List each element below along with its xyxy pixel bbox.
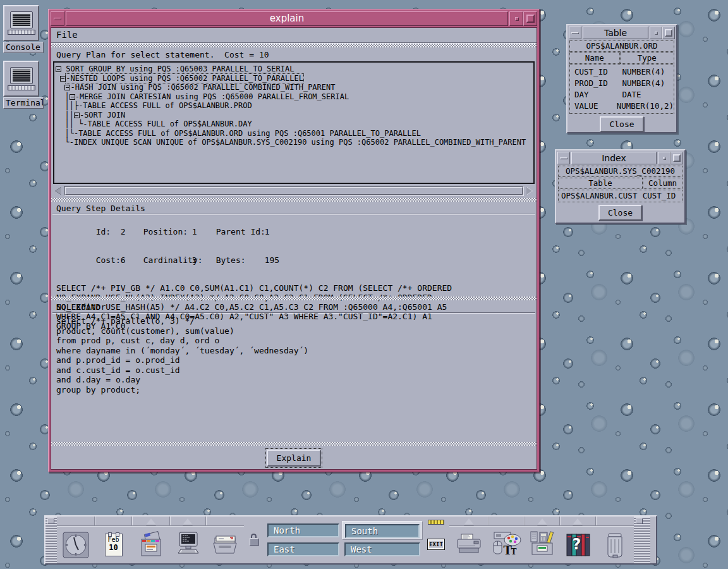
plan-node[interactable]: -HASH JOIN using PQS :Q65002 PARALLEL_CO…	[56, 83, 532, 92]
plan-node[interactable]: ││ └-TABLE ACCESS FULL of OPS$ALANBUR.DA…	[56, 119, 532, 129]
explain-button[interactable]: Explain	[267, 450, 322, 467]
plan-node[interactable]: -NESTED LOOPS using PQS :Q65002 PARALLEL…	[56, 74, 532, 83]
application-manager-icon[interactable]	[525, 530, 560, 560]
minimize-icon	[515, 17, 519, 21]
index-columns-list: OPS$ALANBUR.CUSTCUST_ID	[558, 190, 682, 202]
plan-header: Query Plan for select statement. Cost = …	[51, 48, 537, 61]
workspace-button-south[interactable]: South	[345, 524, 420, 538]
query-plan-tree: SORT GROUP BY using PQS :Q65003 PARALLEL…	[53, 61, 535, 184]
maximize-icon	[526, 15, 535, 23]
tree-collapse-icon[interactable]	[64, 85, 70, 90]
mail-icon[interactable]	[206, 530, 244, 560]
tree-collapse-icon[interactable]	[60, 76, 66, 82]
pane-sash[interactable]	[51, 442, 537, 446]
menu-file[interactable]: File	[56, 30, 78, 40]
maximize-button[interactable]	[523, 11, 537, 26]
desktop: { "colors": { "active_titlebar": "#b2587…	[0, 0, 728, 569]
help-icon[interactable]: ?	[560, 532, 596, 558]
panel-handle-right[interactable]	[634, 517, 650, 563]
id-label: Id:	[96, 227, 121, 236]
scroll-left-icon[interactable]	[54, 186, 64, 196]
tree-collapse-icon[interactable]	[56, 66, 61, 72]
pane-sash[interactable]	[51, 198, 537, 202]
window-title: explain	[66, 11, 508, 26]
tree-collapse-icon[interactable]	[74, 113, 80, 118]
style-manager-icon[interactable]: T T	[488, 531, 525, 559]
id-value: 2	[121, 227, 143, 236]
button-row: Close	[557, 202, 683, 223]
cost-label: Cost:	[96, 255, 121, 265]
terminal-icon[interactable]	[3, 61, 39, 97]
workspace-button-east[interactable]: East	[267, 542, 339, 556]
subpanel-arrow-icon[interactable]	[537, 518, 547, 525]
pane-sash[interactable]	[51, 44, 537, 47]
file-manager-icon[interactable]	[132, 530, 170, 560]
minimize-button[interactable]	[650, 27, 662, 39]
minimize-button[interactable]	[509, 11, 523, 26]
workspace-button-west[interactable]: West	[344, 542, 420, 556]
cost-value: 6	[121, 255, 143, 265]
terminal-icon[interactable]	[170, 530, 206, 560]
clock-icon[interactable]	[57, 530, 95, 560]
minimize-button[interactable]	[658, 152, 670, 164]
plan-node[interactable]: ││-SORT JOIN	[56, 111, 532, 120]
sql-editor-textarea[interactable]: select /*+ parallel(o, 3) */ product, co…	[51, 314, 537, 441]
window-menu-button[interactable]	[569, 27, 581, 39]
panel-handle-left[interactable]	[46, 517, 57, 563]
pane-sash[interactable]	[51, 297, 537, 300]
desktop-icon-label[interactable]: Console	[3, 42, 44, 53]
subpanel-arrow-icon[interactable]	[573, 518, 583, 525]
sql-editor-section-title: SQL Editor	[51, 301, 537, 312]
front-panel: Feb 10	[44, 515, 657, 565]
plan-node[interactable]: │-MERGE JOIN CARTESIAN using PQS :Q65000…	[56, 92, 532, 102]
desktop-icon-label[interactable]: Terminal	[3, 97, 44, 109]
tree-collapse-icon[interactable]	[70, 94, 75, 100]
table-row[interactable]: CUST_IDNUMBER(4)	[570, 66, 674, 78]
maximize-button[interactable]	[670, 152, 683, 164]
desktop-icon-terminal[interactable]: Terminal	[3, 61, 45, 109]
table-row[interactable]: DAYDATE	[570, 89, 674, 101]
subpanel-strip	[57, 517, 244, 526]
close-button[interactable]: Close	[600, 116, 643, 132]
table-columns-list: CUST_IDNUMBER(4) PROD_IDNUMBER(4) DAYDAT…	[569, 64, 674, 114]
scrollbar-thumb[interactable]	[65, 187, 523, 195]
subpanel-arrow-icon[interactable]	[183, 518, 193, 525]
window-menu-button[interactable]	[51, 11, 64, 26]
titlebar[interactable]: Index	[557, 152, 683, 164]
lock-icon[interactable]	[250, 534, 259, 546]
subpanel-arrow-icon[interactable]	[146, 518, 156, 525]
panel-right-section: T T	[449, 517, 634, 563]
query-step-details: Id:2Position:1Parent Id:1 Cost:6Cardinal…	[51, 215, 537, 296]
workspace-button-north[interactable]: North	[267, 523, 339, 537]
scroll-right-icon[interactable]	[524, 186, 534, 196]
subpanel-arrow-icon[interactable]	[464, 518, 474, 525]
window-menu-button[interactable]	[557, 152, 570, 164]
calendar-icon[interactable]: Feb 10	[95, 534, 132, 556]
font-sample-letter-small: T	[511, 548, 517, 556]
maximize-button[interactable]	[662, 27, 675, 39]
printer-icon[interactable]	[449, 530, 488, 560]
bytes-value: 195	[265, 255, 279, 265]
plan-node[interactable]: SORT GROUP BY using PQS :Q65003 PARALLEL…	[56, 64, 532, 74]
cardinality-value: 3	[192, 255, 216, 265]
window-menu-icon	[560, 157, 567, 159]
panel-menu-button[interactable]	[636, 518, 643, 524]
desktop-icon-console[interactable]: Console	[3, 5, 45, 53]
panel-minimize-button[interactable]	[47, 518, 54, 524]
plan-node[interactable]: ││├-TABLE ACCESS FULL of OPS$ALANBUR.PRO…	[56, 101, 532, 111]
console-icon[interactable]	[3, 5, 39, 41]
button-row: Close	[569, 114, 675, 135]
horizontal-scrollbar[interactable]	[54, 186, 534, 196]
table-row[interactable]: VALUENUMBER(10,2)	[570, 101, 674, 112]
trash-icon[interactable]	[596, 530, 634, 560]
menu-bar: File	[51, 28, 537, 43]
table-window: Table OPS$ALANBUR.ORD Name Type CUST_IDN…	[566, 24, 677, 133]
close-button[interactable]: Close	[598, 205, 642, 221]
table-row[interactable]: OPS$ALANBUR.CUSTCUST_ID	[559, 190, 682, 202]
table-row[interactable]: PROD_IDNUMBER(4)	[570, 78, 674, 89]
titlebar[interactable]: explain	[51, 11, 537, 26]
titlebar[interactable]: Table	[569, 27, 675, 39]
plan-node[interactable]: │└-TABLE ACCESS FULL of OPS$ALANBUR.ORD …	[56, 129, 532, 138]
exit-button[interactable]: EXIT	[427, 539, 445, 550]
plan-node[interactable]: └-INDEX UNIQUE SCAN UNIQUE of OPS$ALANBU…	[56, 138, 532, 147]
